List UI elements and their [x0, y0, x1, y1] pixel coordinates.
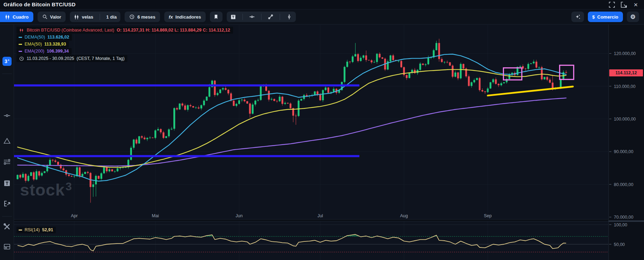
pattern-lines-icon: [3, 158, 11, 166]
legend-ema50-row[interactable]: EMA(50) 113.328,93: [16, 41, 69, 48]
dema-swatch: [19, 37, 22, 38]
sidebar-item-triangle[interactable]: [2, 136, 12, 145]
trade-label: Comercio: [597, 14, 618, 20]
sidebar-item-layout[interactable]: [2, 242, 12, 251]
svg-text:100,00: 100,00: [614, 223, 627, 227]
wrench-icon: [3, 223, 11, 231]
interval-button[interactable]: 1 día: [102, 12, 121, 22]
bookmark-icon: [213, 14, 219, 20]
hline-tool-button[interactable]: [245, 12, 259, 22]
candlestick-icon: [5, 14, 10, 20]
popout-icon[interactable]: [620, 1, 627, 8]
sidebar-item-tools[interactable]: [2, 222, 12, 231]
settings-button[interactable]: ⚙: [627, 12, 639, 22]
titlebar: Gráfico de Bitcoin BTC/USD ✕: [0, 0, 644, 9]
svg-text:50,00: 50,00: [614, 242, 625, 247]
watermark-sup: 3: [66, 180, 72, 193]
svg-text:Mai: Mai: [152, 213, 159, 218]
candle-type-label: velas: [82, 14, 93, 20]
candlestick-icon: [19, 27, 24, 33]
ema50-swatch: [19, 44, 22, 45]
range-label: 6 meses: [137, 14, 155, 20]
clock-icon: [19, 56, 24, 61]
rsi-name: RSI(14): [25, 227, 40, 233]
legend-ema200-row[interactable]: EMA(200) 106.399,34: [16, 48, 72, 55]
rsi-value: 52,91: [42, 227, 53, 233]
legend-symbol-row[interactable]: Bitcoin BTC/USD (Coinbase Advanced, Last…: [16, 27, 233, 34]
sparkle-icon: [575, 14, 580, 20]
vline-tool-icon: [286, 14, 292, 20]
candle-type-button[interactable]: velas: [70, 12, 97, 22]
page-title: Gráfico de Bitcoin BTC/USD: [4, 1, 75, 7]
legend-date-range: 11.03.2025 - 30.09.2025: [27, 56, 74, 61]
magic-button[interactable]: [571, 12, 584, 22]
divider: [2, 74, 12, 74]
legend-dema-row[interactable]: DEMA(50) 113.626,02: [16, 34, 72, 41]
hline-dot-icon: [3, 112, 11, 119]
fx-icon: fx: [169, 14, 173, 20]
indicators-button[interactable]: fx Indicadores: [164, 12, 206, 22]
ma-line: [18, 69, 566, 167]
clock-icon: [129, 14, 135, 20]
rsi-line: [18, 234, 566, 251]
fullscreen-icon[interactable]: [609, 1, 615, 8]
trade-button[interactable]: $ Comercio: [588, 12, 623, 22]
svg-text:70.000,00: 70.000,00: [614, 215, 633, 220]
svg-text:90.000,00: 90.000,00: [614, 149, 633, 154]
symbol-search-button[interactable]: Valor: [38, 12, 66, 22]
divider: [243, 14, 243, 20]
ema50-name: EMA(50): [25, 42, 42, 47]
range-button[interactable]: 6 meses: [125, 12, 160, 22]
candlestick-icon: [74, 14, 79, 20]
chart-mode-label: Cuadro: [13, 14, 29, 20]
candles-layer: [16, 39, 567, 203]
svg-text:80.000,00: 80.000,00: [614, 182, 633, 187]
svg-text:110.000,00: 110.000,00: [614, 84, 636, 89]
divider: [261, 14, 261, 20]
text-tool-button[interactable]: [227, 12, 240, 22]
svg-text:Sep: Sep: [484, 213, 492, 218]
chart-mode-button[interactable]: Cuadro: [0, 12, 33, 22]
text-box-icon: [3, 179, 11, 187]
sidebar-item-text[interactable]: [2, 179, 12, 188]
divider: [280, 14, 280, 20]
text-tool-icon: [231, 14, 236, 20]
last-price-value: 114.112,12: [615, 70, 637, 75]
svg-text:Apr: Apr: [71, 213, 78, 218]
legend-rsi-row[interactable]: RSI(14) 52,91: [16, 227, 56, 233]
symbol-search-label: Valor: [50, 14, 61, 20]
close-icon[interactable]: ✕: [632, 1, 639, 8]
stock3-watermark: stock3: [20, 181, 72, 198]
last-price-tag: 114.112,12: [609, 69, 643, 76]
layout-panels-icon: [3, 243, 11, 251]
svg-text:Jul: Jul: [317, 213, 323, 218]
bookmark-button[interactable]: [210, 12, 223, 22]
interval-label: 1 día: [106, 14, 117, 20]
ema200-value: 106.399,34: [47, 49, 69, 54]
vline-tool-button[interactable]: [283, 12, 296, 22]
triangle-icon: [3, 137, 11, 145]
sidebar-item-pattern[interactable]: [2, 157, 12, 166]
trendline-tool-button[interactable]: [264, 12, 277, 22]
toolbar: Cuadro Valor velas 1 día 6 meses: [0, 9, 644, 25]
rsi-swatch: [19, 230, 22, 231]
dollar-icon: $: [592, 14, 595, 20]
left-sidebar: 3+ 3: [0, 25, 14, 260]
legend-ohlc: O: 114.237,31 H: 114.869,02 L: 113.884,2…: [117, 28, 230, 33]
dema-value: 113.626,02: [47, 35, 69, 40]
sidebar-item-price-line[interactable]: [2, 111, 12, 120]
svg-text:100.000,00: 100.000,00: [614, 117, 636, 122]
app-window: Gráfico de Bitcoin BTC/USD ✕ Cuadro Valo…: [0, 0, 644, 260]
sidebar-item-event-trend[interactable]: [2, 199, 12, 208]
ema50-value: 113.328,93: [44, 42, 66, 47]
hline-tool-icon: [249, 14, 255, 20]
ema200-swatch: [19, 51, 22, 52]
svg-text:Aug: Aug: [400, 213, 408, 218]
event-trend-icon: [3, 200, 11, 207]
svg-text:Jun: Jun: [235, 213, 243, 218]
sidebar-item-stock3-plus[interactable]: 3+: [2, 57, 12, 66]
chart-legend: Bitcoin BTC/USD (Coinbase Advanced, Last…: [16, 27, 233, 62]
gear-icon: ⚙: [630, 14, 636, 20]
ma-line: [18, 54, 566, 181]
rsi-legend: RSI(14) 52,91: [16, 227, 56, 233]
